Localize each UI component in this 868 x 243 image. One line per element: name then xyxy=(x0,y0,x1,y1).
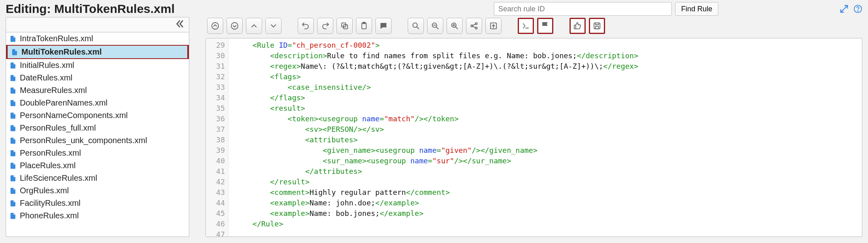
copy-button[interactable] xyxy=(337,18,353,34)
file-item-label: LifeScienceRules.xml xyxy=(20,173,97,183)
find-rule-button[interactable]: Find Rule xyxy=(675,2,718,16)
file-item-label: DoubleParenNames.xml xyxy=(20,98,108,108)
file-item[interactable]: InitialRules.xml xyxy=(6,59,189,72)
file-item-label: PersonRules_full.xml xyxy=(20,123,96,133)
file-icon xyxy=(9,124,17,132)
redo-icon xyxy=(321,21,330,30)
collapse-icon xyxy=(174,19,185,31)
file-icon xyxy=(9,149,17,157)
file-icon xyxy=(11,48,18,56)
search-input[interactable] xyxy=(494,2,672,16)
terminal-button[interactable] xyxy=(518,18,534,34)
code-line[interactable]: <attributes> xyxy=(235,135,862,145)
move-up-button[interactable] xyxy=(246,18,262,34)
copy-icon xyxy=(340,21,349,30)
editor-toolbar xyxy=(205,17,862,35)
svg-point-1 xyxy=(857,11,858,11)
file-item-label: PlaceRules.xml xyxy=(20,161,76,170)
svg-point-3 xyxy=(231,23,238,30)
code-line[interactable]: <regex>Name\: (?&lt;match&gt;(?&lt;given… xyxy=(235,61,862,72)
share-button[interactable] xyxy=(466,18,482,34)
code-line[interactable]: <comment>Highly regular pattern</comment… xyxy=(235,187,862,198)
terminal-icon xyxy=(521,21,530,30)
thumbs-up-icon xyxy=(573,21,582,30)
code-line[interactable]: <sv><PERSON/></sv> xyxy=(235,124,862,135)
file-item[interactable]: PersonRules_full.xml xyxy=(6,122,189,134)
line-gutter: 29303132333435363738394041424344454647 xyxy=(206,38,229,237)
save-button[interactable] xyxy=(589,18,605,34)
sidebar-collapse-bar[interactable] xyxy=(6,17,189,32)
file-icon xyxy=(9,174,17,182)
file-icon xyxy=(9,35,17,43)
chevron-up-icon xyxy=(250,21,258,30)
svg-rect-16 xyxy=(595,26,598,29)
code-line[interactable]: </attributes> xyxy=(235,166,862,177)
comment-icon xyxy=(379,21,388,30)
code-line[interactable]: <flags> xyxy=(235,72,862,82)
file-item[interactable]: PhoneRules.xml xyxy=(6,209,189,222)
code-line[interactable]: </result> xyxy=(235,177,862,187)
file-item[interactable]: DateRules.xml xyxy=(6,72,189,84)
file-item[interactable]: FacilityRules.xml xyxy=(6,197,189,209)
flag-button[interactable] xyxy=(537,18,553,34)
code-line[interactable] xyxy=(235,229,862,237)
file-item-label: IntraTokenRules.xml xyxy=(20,34,93,43)
zoom-out-icon xyxy=(431,21,440,30)
file-icon xyxy=(9,99,17,107)
zoom-in-button[interactable] xyxy=(447,18,463,34)
move-down-button[interactable] xyxy=(265,18,282,34)
code-line[interactable]: <Rule ID="ch_person_cf-0002"> xyxy=(235,40,862,51)
flag-icon xyxy=(541,21,550,30)
chevron-down-icon xyxy=(269,21,278,30)
file-item[interactable]: LifeScienceRules.xml xyxy=(6,172,189,184)
undo-button[interactable] xyxy=(298,18,314,34)
code-content[interactable]: <Rule ID="ch_person_cf-0002"> <descripti… xyxy=(229,38,862,237)
file-item[interactable]: MeasureRules.xml xyxy=(6,84,189,97)
file-item[interactable]: PersonRules_unk_components.xml xyxy=(6,134,189,147)
collapse-all-button[interactable] xyxy=(207,18,223,34)
file-item-label: MeasureRules.xml xyxy=(20,86,87,95)
file-item-label: DateRules.xml xyxy=(20,73,72,82)
file-item[interactable]: PlaceRules.xml xyxy=(6,159,189,172)
file-icon xyxy=(9,74,17,82)
code-line[interactable]: </flags> xyxy=(235,93,862,103)
zoom-out-button[interactable] xyxy=(427,18,443,34)
share-icon xyxy=(470,21,478,30)
sidebar: IntraTokenRules.xmlMultiTokenRules.xmlIn… xyxy=(6,17,189,237)
find-button[interactable] xyxy=(408,18,424,34)
file-item[interactable]: OrgRules.xml xyxy=(6,184,189,197)
file-list: IntraTokenRules.xmlMultiTokenRules.xmlIn… xyxy=(6,32,189,237)
code-line[interactable]: <description>Rule to find names from spl… xyxy=(235,51,862,61)
file-item-label: OrgRules.xml xyxy=(20,186,69,195)
file-item-label: PersonNameComponents.xml xyxy=(20,111,128,120)
paste-button[interactable] xyxy=(356,18,372,34)
redo-button[interactable] xyxy=(317,18,333,34)
editing-label: Editing: xyxy=(6,2,51,15)
help-icon[interactable] xyxy=(853,4,862,13)
code-line[interactable]: <token><usegroup name="match"/></token> xyxy=(235,114,862,124)
code-editor[interactable]: 29303132333435363738394041424344454647 <… xyxy=(205,38,862,237)
file-item[interactable]: PersonNameComponents.xml xyxy=(6,109,189,122)
approve-button[interactable] xyxy=(569,18,586,34)
export-button[interactable] xyxy=(485,18,502,34)
comment-button[interactable] xyxy=(375,18,392,34)
file-item[interactable]: MultiTokenRules.xml xyxy=(6,45,189,59)
file-icon xyxy=(9,162,17,170)
circle-down-icon xyxy=(230,21,239,30)
code-line[interactable]: </Rule> xyxy=(235,219,862,229)
code-line[interactable]: <example>Name: bob.jones;</example> xyxy=(235,208,862,219)
file-item[interactable]: PersonRules.xml xyxy=(6,147,189,159)
page-title: Editing: MultiTokenRules.xml xyxy=(6,2,175,16)
code-line[interactable]: <case_insensitive/> xyxy=(235,82,862,93)
expand-icon[interactable] xyxy=(840,4,849,13)
code-line[interactable]: <example>Name: john.doe;</example> xyxy=(235,198,862,208)
export-icon xyxy=(489,21,498,30)
file-icon xyxy=(9,187,17,195)
expand-all-button[interactable] xyxy=(227,18,243,34)
file-item[interactable]: DoubleParenNames.xml xyxy=(6,97,189,109)
code-line[interactable]: <given_name><usegroup name="given"/></gi… xyxy=(235,145,862,156)
code-line[interactable]: <sur_name><usegroup name="sur"/></sur_na… xyxy=(235,156,862,166)
code-line[interactable]: <result> xyxy=(235,103,862,114)
file-item[interactable]: IntraTokenRules.xml xyxy=(6,32,189,45)
save-icon xyxy=(593,21,601,30)
